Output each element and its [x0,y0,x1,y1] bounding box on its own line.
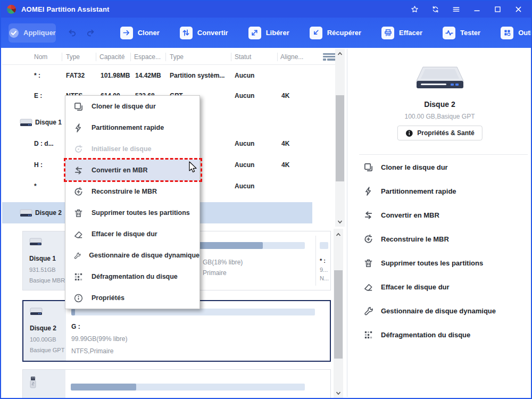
maximize-icon[interactable] [494,5,502,13]
recover-arrow-icon [310,27,322,39]
cell-nom: Disque 2 [35,202,62,223]
menu-item-label: Supprimer toutes les partitions [92,209,190,217]
scrollbar-thumb[interactable] [336,95,344,181]
menu-item-label: Effacer le disque dur [92,230,157,238]
convert-swap-icon [73,165,84,176]
refresh-icon[interactable] [431,5,439,13]
menu-item-quick-partition[interactable]: Partitionnement rapide [65,117,200,138]
menu-item-label: Cloner le disque dur [92,103,156,110]
panel-action-defrag[interactable]: Défragmentation du disque [347,323,532,347]
partition-capacity: 99.99GB(99% libre) [71,335,321,343]
shredder-icon [381,27,394,39]
panel-action-rebuild-mbr[interactable]: Reconstruire le MBR [347,227,532,251]
redo-icon[interactable] [86,28,95,38]
partition-fs: N... [320,275,330,281]
right-panel: Disque 2 100.00 GB,Basique GPT Propriété… [347,49,532,397]
table-scrollbar[interactable] [335,49,345,227]
scroll-up-icon[interactable] [335,49,345,59]
panel-action-wipe-disk[interactable]: Effacer le disque dur [347,275,532,299]
cell-statut: Aucun [235,85,254,106]
lightning-icon [73,123,84,133]
menu-item-initialize-disk[interactable]: Initialiser le disque [65,138,200,160]
toolbar-button-label: Récupérer [327,29,361,37]
menu-item-label: Propriétés [92,294,124,302]
app-logo-icon [7,5,16,14]
partition-label: G : [71,323,321,330]
cell-statut: Aucun [235,154,254,176]
table-row-partition[interactable]: * : FAT32 101.98MB 14.42MB Partition sys… [2,65,335,86]
column-separator [165,53,166,61]
panel-action-quick-partition[interactable]: Partitionnement rapide [347,179,532,203]
toolbar-button-liberer[interactable]: Libérer [238,18,300,48]
menu-item-dynamic-disk-manager[interactable]: Gestionnaire de disque dynamique [65,245,200,266]
panel-action-delete-partitions[interactable]: Supprimer toutes les partitions [347,251,532,275]
scrollbar-thumb[interactable] [334,270,343,359]
panel-action-label: Gestionnaire de disque dynamique [381,307,496,315]
disk-card-disque2-selected[interactable]: Disque 2 100.00GB Basique GPT G : 99.99G… [22,300,331,362]
properties-health-button[interactable]: Propriétés & Santé [397,126,482,140]
panel-action-clone-disk[interactable]: Cloner le disque dur [347,155,532,179]
column-header-capacite[interactable]: Capacité [99,49,124,65]
panel-action-label: Cloner le disque dur [381,163,448,171]
cell-nom: E : [34,85,42,106]
toolbar-button-cloner[interactable]: Cloner [110,18,170,48]
column-settings-icon[interactable] [322,52,336,62]
toolbar-button-recuperer[interactable]: Récupérer [300,18,371,48]
partition-block[interactable]: L : PA_WINPE [71,374,311,399]
apply-button[interactable]: Appliquer [9,23,56,43]
toolbar-button-tester[interactable]: Tester [433,18,491,48]
menu-item-wipe-disk[interactable]: Effacer le disque dur [65,223,200,245]
disk-name: Disque 1 [29,255,65,262]
column-header-statut[interactable]: Statut [235,49,251,65]
partition-block[interactable]: G : 99.99GB(99% libre) NTFS,Primaire [71,305,321,355]
cell-statut: Aucun [235,133,254,154]
partition-block-small[interactable]: * : 9... N... [320,236,330,281]
toolbar-button-label: Outils [518,29,532,37]
minimize-icon[interactable] [473,5,481,13]
scroll-down-icon[interactable] [334,388,343,398]
close-icon[interactable] [514,5,522,13]
scroll-down-icon[interactable] [335,217,345,227]
disk-drive-icon [20,112,32,133]
disk-drive-illustration [413,66,467,92]
toolbar-button-outils[interactable]: Outils [491,18,532,48]
column-header-nom[interactable]: Nom [34,49,47,65]
menu-item-convert-mbr[interactable]: Convertir en MBR [65,160,200,181]
menu-item-properties[interactable]: Propriétés [65,287,200,309]
panel-action-dynamic-disk-manager[interactable]: Gestionnaire de disque dynamique [347,299,532,323]
toolbar-button-convertir[interactable]: Convertir [170,18,238,48]
trash-icon [363,258,373,268]
scroll-up-icon[interactable] [334,230,343,239]
cell-aligne: 4K [281,133,289,154]
menu-item-defrag[interactable]: Défragmentation du disque [65,266,200,287]
expand-arrows-icon [248,27,261,39]
panel-action-label: Reconstruire le MBR [381,235,449,243]
panel-action-label: Effacer le disque dur [381,283,450,291]
disk-card-disque3[interactable]: Disque 3 L : PA_WINPE [22,369,331,399]
column-header-aligne[interactable]: Aligne... [280,49,303,65]
panel-action-label: Défragmentation du disque [381,331,470,339]
disks-scrollbar[interactable] [334,229,343,399]
cell-statut: Aucun [235,176,254,197]
column-header-type-fs[interactable]: Type [66,49,80,65]
cell-espace: 14.42MB [135,65,161,86]
clone-icon [73,102,84,112]
app-window: AOMEI Partition Assistant Appliquer Clon… [0,0,532,399]
undo-icon[interactable] [68,28,77,38]
column-header-type[interactable]: Type [170,49,184,65]
toolbar-button-effacer[interactable]: Effacer [371,18,433,48]
menu-item-clone-disk[interactable]: Cloner le disque dur [65,96,200,117]
column-header-espace[interactable]: Espace... [134,49,161,65]
titlebar: AOMEI Partition Assistant [1,1,531,18]
menu-item-delete-partitions[interactable]: Supprimer toutes les partitions [65,202,200,223]
panel-action-convert-mbr[interactable]: Convertir en MBR [347,203,532,227]
favorite-star-icon[interactable] [411,5,419,13]
menu-item-rebuild-mbr[interactable]: Reconstruire le MBR [65,181,200,202]
partition-usage-bar [71,384,136,390]
rebuild-icon [73,187,84,197]
column-separator [231,53,231,61]
column-separator [96,53,96,61]
menu-icon[interactable] [452,5,460,13]
toolbar: Appliquer Cloner Convertir Libérer Récup… [1,18,531,48]
menu-item-label: Convertir en MBR [92,167,148,174]
